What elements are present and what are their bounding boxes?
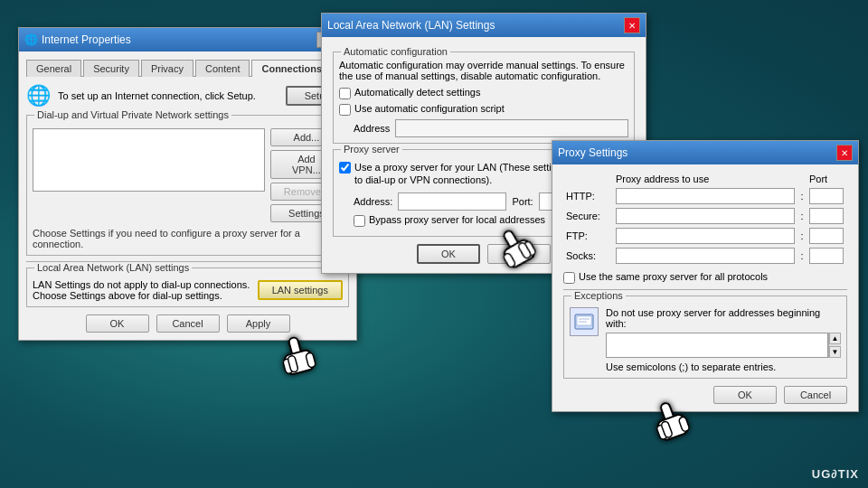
exceptions-group: Exceptions Do not use proxy server for a… <box>563 296 847 379</box>
bypass-local-label: Bypass proxy server for local addresses <box>369 214 545 225</box>
socks-address-input[interactable] <box>616 248 795 264</box>
lan-settings-button[interactable]: LAN settings <box>258 280 343 300</box>
proxy-titlebar: Proxy Settings ✕ <box>552 141 858 164</box>
proxy-footer: OK Cancel <box>563 386 847 404</box>
internet-properties-dialog: 🌐 Internet Properties ? ✕ General Securi… <box>18 27 357 341</box>
proxy-address-input[interactable] <box>398 192 506 211</box>
lan-ok-button[interactable]: OK <box>417 244 480 264</box>
tab-connections[interactable]: Connections <box>251 60 332 77</box>
auto-config-header: Automatic configuration <box>341 46 450 57</box>
scrollbar-vertical[interactable]: ▲ ▼ <box>828 333 841 358</box>
dialup-label: Dial-up and Virtual Private Network sett… <box>34 109 231 120</box>
http-port-input[interactable] <box>809 188 844 204</box>
svg-rect-18 <box>661 420 674 438</box>
tab-content[interactable]: Content <box>195 60 250 77</box>
col-port: Port <box>807 172 847 186</box>
apply-button[interactable]: Apply <box>227 314 290 333</box>
col-type <box>563 172 613 186</box>
cursor-hand-2 <box>276 333 321 393</box>
svg-rect-17 <box>656 424 668 440</box>
exceptions-input[interactable] <box>606 333 828 358</box>
lan-close-button[interactable]: ✕ <box>624 17 640 33</box>
proxy-note: Choose Settings if you need to configure… <box>33 228 343 249</box>
cancel-button[interactable]: Cancel <box>156 314 220 333</box>
internet-props-footer: OK Cancel Apply <box>26 314 349 333</box>
table-row: FTP: : <box>563 226 847 246</box>
secure-port-input[interactable] <box>809 208 844 224</box>
same-proxy-checkbox[interactable] <box>563 272 575 284</box>
lan-titlebar-buttons: ✕ <box>624 17 640 33</box>
use-proxy-checkbox[interactable] <box>339 162 351 174</box>
watermark: UG∂TIX <box>812 467 859 481</box>
use-script-row: Use automatic configuration script <box>339 103 628 116</box>
lan-cancel-button[interactable]: Cancel <box>487 244 551 264</box>
col-proxy-address: Proxy address to use <box>613 172 797 186</box>
tab-general[interactable]: General <box>26 60 81 77</box>
scroll-down-arrow[interactable]: ▼ <box>829 346 841 358</box>
dialup-group: Dial-up and Virtual Private Network sett… <box>26 115 349 256</box>
colon-note: col <box>647 361 660 372</box>
exceptions-icon <box>570 307 599 336</box>
exceptions-description: Do not use proxy server for addresses be… <box>606 307 841 329</box>
proxy-ok-button[interactable]: OK <box>713 386 777 404</box>
secure-address-input[interactable] <box>616 208 795 224</box>
scroll-up-arrow[interactable]: ▲ <box>829 333 841 344</box>
lan-title: Local Area Network (LAN) Settings <box>327 19 495 32</box>
internet-props-title: Internet Properties <box>42 33 131 46</box>
proxy-titlebar-buttons: ✕ <box>836 145 853 161</box>
row-type-socks: Socks: <box>563 246 613 266</box>
lan-description: LAN Settings do not apply to dial-up con… <box>33 279 250 301</box>
proxy-settings-dialog: Proxy Settings ✕ Proxy address to use Po… <box>552 140 859 412</box>
titlebar-title-area: 🌐 Internet Properties <box>24 33 131 46</box>
ftp-port-input[interactable] <box>809 228 844 244</box>
bypass-local-checkbox[interactable] <box>354 215 365 227</box>
proxy-address-table: Proxy address to use Port HTTP: : Secure… <box>563 172 847 266</box>
tab-bar: General Security Privacy Content Connect… <box>26 59 349 77</box>
table-row: Socks: : <box>563 246 847 266</box>
address-label: Address <box>354 123 390 134</box>
svg-rect-13 <box>288 355 298 372</box>
ok-button[interactable]: OK <box>86 314 149 333</box>
lan-titlebar: Local Area Network (LAN) Settings ✕ <box>322 14 646 37</box>
row-type-http: HTTP: <box>563 186 613 206</box>
exceptions-header: Exceptions <box>571 290 626 301</box>
proxy-cancel-button[interactable]: Cancel <box>784 386 847 404</box>
proxy-body: Proxy address to use Port HTTP: : Secure… <box>552 164 858 411</box>
auto-detect-row: Automatically detect settings <box>339 87 628 99</box>
auto-config-group: Automatic configuration Automatic config… <box>333 52 635 144</box>
tab-security[interactable]: Security <box>83 60 139 77</box>
svg-rect-11 <box>306 352 316 369</box>
ftp-address-input[interactable] <box>616 228 795 244</box>
auto-config-description: Automatic configuration may override man… <box>339 60 628 81</box>
svg-rect-12 <box>283 358 294 374</box>
table-row: HTTP: : <box>563 186 847 206</box>
use-script-checkbox[interactable] <box>339 104 351 116</box>
table-row: Secure: : <box>563 206 847 226</box>
proxy-close-button[interactable]: ✕ <box>836 145 853 161</box>
row-type-ftp: FTP: <box>563 226 613 246</box>
lan-label: Local Area Network (LAN) settings <box>34 262 192 273</box>
tab-privacy[interactable]: Privacy <box>141 60 193 77</box>
use-script-label: Use automatic configuration script <box>354 103 505 114</box>
same-proxy-label: Use the same proxy server for all protoc… <box>579 271 768 282</box>
svg-rect-10 <box>283 349 315 375</box>
svg-rect-15 <box>656 413 689 441</box>
http-address-input[interactable] <box>616 188 795 204</box>
dialup-listbox[interactable] <box>33 128 265 192</box>
globe-icon: 🌐 <box>26 84 51 108</box>
setup-description: To set up an Internet connection, click … <box>58 90 278 101</box>
auto-detect-label: Automatically detect settings <box>354 87 480 98</box>
internet-props-titlebar: 🌐 Internet Properties ? ✕ <box>19 28 356 52</box>
auto-detect-checkbox[interactable] <box>339 88 351 99</box>
port-label: Port: <box>512 196 533 207</box>
semi-note: Use semicolons (;) to separate entries. <box>606 361 841 372</box>
row-type-secure: Secure: <box>563 206 613 226</box>
proxy-server-header: Proxy server <box>341 144 402 155</box>
socks-port-input[interactable] <box>809 248 844 264</box>
svg-rect-16 <box>678 416 690 432</box>
proxy-title: Proxy Settings <box>558 146 627 159</box>
proxy-title-area: Proxy Settings <box>558 146 627 159</box>
script-address-input[interactable] <box>395 119 628 137</box>
ate-note: ate entries. <box>727 361 776 372</box>
lan-title-area: Local Area Network (LAN) Settings <box>327 19 495 32</box>
